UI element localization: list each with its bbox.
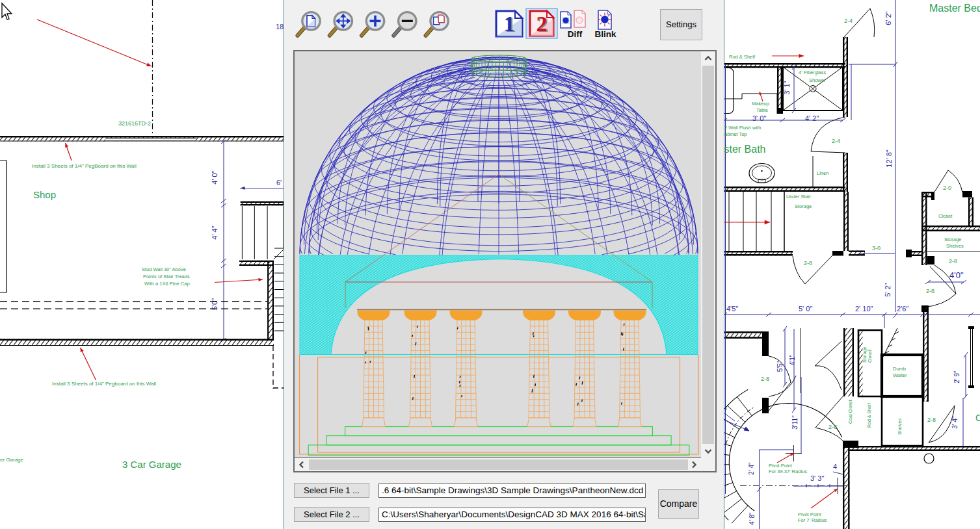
- svg-text:Shelves: Shelves: [897, 419, 902, 435]
- svg-text:4' 2": 4' 2": [805, 114, 819, 122]
- svg-text:er Garage: er Garage: [0, 457, 24, 463]
- svg-text:6': 6': [276, 179, 282, 187]
- svg-text:2'6": 2'6": [897, 305, 908, 313]
- svg-text:2-8: 2-8: [804, 260, 812, 266]
- svg-text:Points of Stair Treads: Points of Stair Treads: [143, 274, 190, 279]
- svg-text:3' 4": 3' 4": [951, 416, 959, 429]
- svg-text:Diff: Diff: [568, 29, 583, 39]
- svg-text:Blink: Blink: [594, 29, 616, 39]
- svg-text:C: C: [975, 413, 980, 423]
- svg-text:5'0": 5'0": [211, 298, 219, 310]
- svg-text:4'5": 4'5": [726, 305, 738, 313]
- svg-text:2 Wall Flush with: 2 Wall Flush with: [724, 125, 761, 131]
- svg-text:Storage: Storage: [862, 346, 867, 363]
- svg-text:2-8: 2-8: [828, 424, 837, 430]
- svg-text:Shelves: Shelves: [946, 243, 964, 249]
- svg-text:Storage: Storage: [944, 237, 961, 242]
- svg-text:3' 0": 3' 0": [752, 114, 766, 122]
- svg-text:4'1": 4'1": [789, 354, 796, 365]
- svg-text:4' 8": 4' 8": [748, 512, 756, 525]
- svg-text:3-0: 3-0: [872, 245, 881, 252]
- svg-text:4' 4": 4' 4": [211, 226, 219, 239]
- svg-text:5' 0": 5' 0": [799, 305, 812, 313]
- svg-text:With a 1X6 Pine Cap: With a 1X6 Pine Cap: [144, 281, 190, 287]
- svg-text:18: 18: [276, 23, 284, 31]
- svg-text:3' 3": 3' 3": [810, 474, 824, 482]
- svg-text:2' 9": 2' 9": [953, 370, 960, 383]
- svg-text:1: 1: [504, 12, 515, 36]
- svg-text:Shower: Shower: [809, 77, 826, 83]
- svg-text:4: 4: [833, 463, 837, 471]
- svg-text:2-4: 2-4: [844, 18, 853, 24]
- svg-text:Install 3 Sheets of 1/4" Peg: Install 3 Sheets of 1/4" PegBoard on thi…: [32, 163, 137, 169]
- svg-text:Table: Table: [756, 107, 768, 113]
- svg-text:Makeup: Makeup: [752, 101, 769, 107]
- svg-text:2' 10": 2' 10": [855, 305, 873, 313]
- svg-text:2-8: 2-8: [927, 417, 936, 423]
- svg-text:5'5": 5'5": [776, 361, 784, 372]
- svg-text:Under Stair: Under Stair: [786, 194, 811, 200]
- svg-text:12' 8": 12' 8": [885, 149, 893, 168]
- svg-text:Coat Closet: Coat Closet: [848, 400, 853, 424]
- svg-text:2: 2: [536, 12, 548, 36]
- svg-text:3' 1": 3' 1": [783, 81, 791, 94]
- svg-text:Install 3 Sheets of 1/4" Peg: Install 3 Sheets of 1/4" Pegboard on thi…: [52, 381, 156, 387]
- svg-text:Pivot Point: Pivot Point: [769, 463, 793, 469]
- svg-text:2-8: 2-8: [926, 288, 934, 294]
- svg-text:2-4: 2-4: [832, 138, 840, 144]
- svg-text:abinet Top: abinet Top: [724, 131, 747, 137]
- svg-text:Closet: Closet: [867, 350, 872, 363]
- svg-text:Waiter: Waiter: [893, 372, 907, 378]
- svg-text:2-8: 2-8: [761, 376, 769, 382]
- svg-text:3 Car Garage: 3 Car Garage: [122, 459, 181, 470]
- svg-text:For 7' Radius: For 7' Radius: [798, 517, 827, 523]
- svg-text:2' 4": 2' 4": [748, 462, 755, 475]
- svg-text:6' 2": 6' 2": [884, 11, 892, 25]
- svg-text:Linen: Linen: [817, 170, 828, 176]
- svg-text:Storage: Storage: [795, 203, 812, 209]
- svg-text:Closet: Closet: [938, 213, 953, 219]
- svg-text:Stud Wall 30" Above: Stud Wall 30" Above: [142, 266, 186, 272]
- svg-text:4' 0": 4' 0": [211, 170, 219, 184]
- svg-text:Rod & Shelf: Rod & Shelf: [867, 404, 871, 428]
- svg-text:4'0": 4'0": [949, 270, 964, 280]
- svg-text:For 39.37' Radius: For 39.37' Radius: [769, 469, 807, 474]
- svg-text:321616TD-2: 321616TD-2: [118, 120, 151, 127]
- svg-text:5' 2": 5' 2": [884, 283, 892, 296]
- svg-text:2-8: 2-8: [949, 258, 957, 264]
- svg-text:Rod & Shelf: Rod & Shelf: [729, 54, 756, 60]
- svg-text:1 *: 1 *: [724, 407, 727, 413]
- svg-text:Shop: Shop: [33, 189, 56, 200]
- svg-text:4' Fiberglass: 4' Fiberglass: [799, 70, 827, 75]
- svg-text:Pivot Point: Pivot Point: [798, 511, 822, 517]
- svg-text:Dumb: Dumb: [893, 366, 906, 372]
- svg-text:2-0: 2-0: [943, 185, 951, 191]
- svg-text:3'11": 3'11": [791, 415, 799, 430]
- svg-text:Master Bed: Master Bed: [929, 3, 980, 14]
- svg-text:laster Bath: laster Bath: [724, 144, 765, 155]
